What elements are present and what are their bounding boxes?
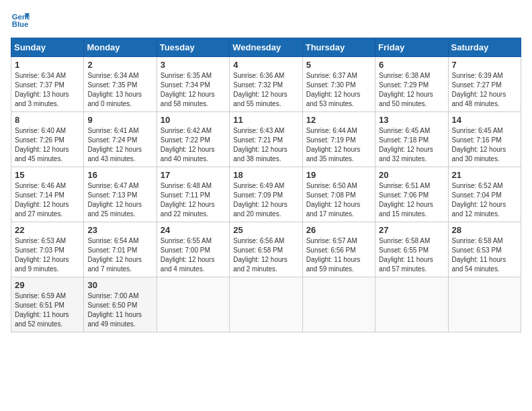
- cell-content: Sunrise: 6:51 AM Sunset: 7:06 PM Dayligh…: [379, 181, 444, 219]
- cell-content: Sunrise: 6:56 AM Sunset: 6:58 PM Dayligh…: [233, 236, 298, 274]
- cell-content: Sunrise: 6:41 AM Sunset: 7:24 PM Dayligh…: [87, 126, 152, 164]
- week-row-4: 22 Sunrise: 6:53 AM Sunset: 7:03 PM Dayl…: [11, 222, 521, 277]
- calendar-cell: 17 Sunrise: 6:48 AM Sunset: 7:11 PM Dayl…: [157, 167, 229, 222]
- week-row-1: 1 Sunrise: 6:34 AM Sunset: 7:37 PM Dayli…: [11, 57, 521, 112]
- week-row-3: 15 Sunrise: 6:46 AM Sunset: 7:14 PM Dayl…: [11, 167, 521, 222]
- calendar-cell: 23 Sunrise: 6:54 AM Sunset: 7:01 PM Dayl…: [84, 222, 157, 277]
- day-number: 8: [15, 115, 80, 125]
- calendar-cell: 1 Sunrise: 6:34 AM Sunset: 7:37 PM Dayli…: [11, 57, 84, 112]
- logo: General Blue: [11, 11, 32, 30]
- cell-content: Sunrise: 6:47 AM Sunset: 7:13 PM Dayligh…: [87, 181, 152, 219]
- calendar-cell: 13 Sunrise: 6:45 AM Sunset: 7:18 PM Dayl…: [375, 112, 448, 167]
- calendar-cell: 28 Sunrise: 6:58 AM Sunset: 6:53 PM Dayl…: [448, 222, 521, 277]
- calendar-cell: 30 Sunrise: 7:00 AM Sunset: 6:50 PM Dayl…: [84, 277, 157, 332]
- day-number: 6: [379, 60, 444, 70]
- day-number: 27: [379, 225, 444, 235]
- day-header-thursday: Thursday: [302, 38, 375, 57]
- day-number: 4: [233, 60, 298, 70]
- svg-text:Blue: Blue: [12, 20, 28, 28]
- day-header-monday: Monday: [84, 38, 157, 57]
- calendar-cell: 14 Sunrise: 6:45 AM Sunset: 7:16 PM Dayl…: [448, 112, 521, 167]
- day-number: 9: [87, 115, 152, 125]
- day-number: 17: [161, 170, 226, 180]
- calendar-cell: 11 Sunrise: 6:43 AM Sunset: 7:21 PM Dayl…: [230, 112, 302, 167]
- calendar-cell: 6 Sunrise: 6:38 AM Sunset: 7:29 PM Dayli…: [375, 57, 448, 112]
- calendar-cell: [448, 277, 521, 332]
- cell-content: Sunrise: 6:45 AM Sunset: 7:18 PM Dayligh…: [379, 126, 444, 164]
- cell-content: Sunrise: 6:57 AM Sunset: 6:56 PM Dayligh…: [306, 236, 371, 274]
- calendar-cell: 16 Sunrise: 6:47 AM Sunset: 7:13 PM Dayl…: [84, 167, 157, 222]
- day-number: 28: [452, 225, 517, 235]
- cell-content: Sunrise: 6:43 AM Sunset: 7:21 PM Dayligh…: [233, 126, 298, 164]
- calendar-cell: 3 Sunrise: 6:35 AM Sunset: 7:34 PM Dayli…: [157, 57, 229, 112]
- page-header: General Blue: [11, 11, 521, 30]
- calendar-cell: [157, 277, 229, 332]
- calendar-cell: 9 Sunrise: 6:41 AM Sunset: 7:24 PM Dayli…: [84, 112, 157, 167]
- day-number: 24: [161, 225, 226, 235]
- calendar-cell: 8 Sunrise: 6:40 AM Sunset: 7:26 PM Dayli…: [11, 112, 84, 167]
- calendar-cell: 19 Sunrise: 6:50 AM Sunset: 7:08 PM Dayl…: [302, 167, 375, 222]
- day-header-friday: Friday: [375, 38, 448, 57]
- calendar-cell: 26 Sunrise: 6:57 AM Sunset: 6:56 PM Dayl…: [302, 222, 375, 277]
- calendar-cell: [230, 277, 302, 332]
- cell-content: Sunrise: 6:42 AM Sunset: 7:22 PM Dayligh…: [161, 126, 226, 164]
- calendar-cell: [302, 277, 375, 332]
- day-number: 18: [233, 170, 298, 180]
- cell-content: Sunrise: 6:46 AM Sunset: 7:14 PM Dayligh…: [15, 181, 80, 219]
- day-number: 5: [306, 60, 371, 70]
- week-row-5: 29 Sunrise: 6:59 AM Sunset: 6:51 PM Dayl…: [11, 277, 521, 332]
- day-number: 22: [15, 225, 80, 235]
- calendar-cell: 27 Sunrise: 6:58 AM Sunset: 6:55 PM Dayl…: [375, 222, 448, 277]
- cell-content: Sunrise: 6:55 AM Sunset: 7:00 PM Dayligh…: [161, 236, 226, 274]
- day-number: 13: [379, 115, 444, 125]
- week-row-2: 8 Sunrise: 6:40 AM Sunset: 7:26 PM Dayli…: [11, 112, 521, 167]
- cell-content: Sunrise: 6:39 AM Sunset: 7:27 PM Dayligh…: [452, 71, 517, 109]
- cell-content: Sunrise: 6:38 AM Sunset: 7:29 PM Dayligh…: [379, 71, 444, 109]
- cell-content: Sunrise: 7:00 AM Sunset: 6:50 PM Dayligh…: [87, 291, 152, 329]
- calendar-cell: 18 Sunrise: 6:49 AM Sunset: 7:09 PM Dayl…: [230, 167, 302, 222]
- cell-content: Sunrise: 6:45 AM Sunset: 7:16 PM Dayligh…: [452, 126, 517, 164]
- calendar-cell: 5 Sunrise: 6:37 AM Sunset: 7:30 PM Dayli…: [302, 57, 375, 112]
- day-number: 16: [87, 170, 152, 180]
- day-header-tuesday: Tuesday: [157, 38, 229, 57]
- day-number: 29: [15, 280, 80, 290]
- cell-content: Sunrise: 6:59 AM Sunset: 6:51 PM Dayligh…: [15, 291, 80, 329]
- day-number: 3: [161, 60, 226, 70]
- calendar-cell: 10 Sunrise: 6:42 AM Sunset: 7:22 PM Dayl…: [157, 112, 229, 167]
- cell-content: Sunrise: 6:53 AM Sunset: 7:03 PM Dayligh…: [15, 236, 80, 274]
- cell-content: Sunrise: 6:37 AM Sunset: 7:30 PM Dayligh…: [306, 71, 371, 109]
- day-number: 12: [306, 115, 371, 125]
- day-number: 25: [233, 225, 298, 235]
- day-number: 2: [87, 60, 152, 70]
- day-header-saturday: Saturday: [448, 38, 521, 57]
- calendar-table: SundayMondayTuesdayWednesdayThursdayFrid…: [11, 38, 521, 332]
- day-number: 30: [87, 280, 152, 290]
- calendar-cell: [375, 277, 448, 332]
- day-number: 19: [306, 170, 371, 180]
- cell-content: Sunrise: 6:50 AM Sunset: 7:08 PM Dayligh…: [306, 181, 371, 219]
- day-number: 7: [452, 60, 517, 70]
- calendar-cell: 20 Sunrise: 6:51 AM Sunset: 7:06 PM Dayl…: [375, 167, 448, 222]
- calendar-cell: 24 Sunrise: 6:55 AM Sunset: 7:00 PM Dayl…: [157, 222, 229, 277]
- calendar-cell: 21 Sunrise: 6:52 AM Sunset: 7:04 PM Dayl…: [448, 167, 521, 222]
- cell-content: Sunrise: 6:54 AM Sunset: 7:01 PM Dayligh…: [87, 236, 152, 274]
- calendar-cell: 4 Sunrise: 6:36 AM Sunset: 7:32 PM Dayli…: [230, 57, 302, 112]
- calendar-cell: 25 Sunrise: 6:56 AM Sunset: 6:58 PM Dayl…: [230, 222, 302, 277]
- cell-content: Sunrise: 6:35 AM Sunset: 7:34 PM Dayligh…: [161, 71, 226, 109]
- cell-content: Sunrise: 6:52 AM Sunset: 7:04 PM Dayligh…: [452, 181, 517, 219]
- calendar-header: SundayMondayTuesdayWednesdayThursdayFrid…: [11, 38, 521, 57]
- logo-icon: General Blue: [11, 11, 30, 30]
- day-number: 21: [452, 170, 517, 180]
- day-number: 20: [379, 170, 444, 180]
- day-number: 11: [233, 115, 298, 125]
- calendar-cell: 12 Sunrise: 6:44 AM Sunset: 7:19 PM Dayl…: [302, 112, 375, 167]
- cell-content: Sunrise: 6:34 AM Sunset: 7:37 PM Dayligh…: [15, 71, 80, 109]
- day-number: 23: [87, 225, 152, 235]
- cell-content: Sunrise: 6:49 AM Sunset: 7:09 PM Dayligh…: [233, 181, 298, 219]
- day-number: 26: [306, 225, 371, 235]
- cell-content: Sunrise: 6:58 AM Sunset: 6:55 PM Dayligh…: [379, 236, 444, 274]
- day-number: 14: [452, 115, 517, 125]
- cell-content: Sunrise: 6:40 AM Sunset: 7:26 PM Dayligh…: [15, 126, 80, 164]
- calendar-cell: 29 Sunrise: 6:59 AM Sunset: 6:51 PM Dayl…: [11, 277, 84, 332]
- day-number: 15: [15, 170, 80, 180]
